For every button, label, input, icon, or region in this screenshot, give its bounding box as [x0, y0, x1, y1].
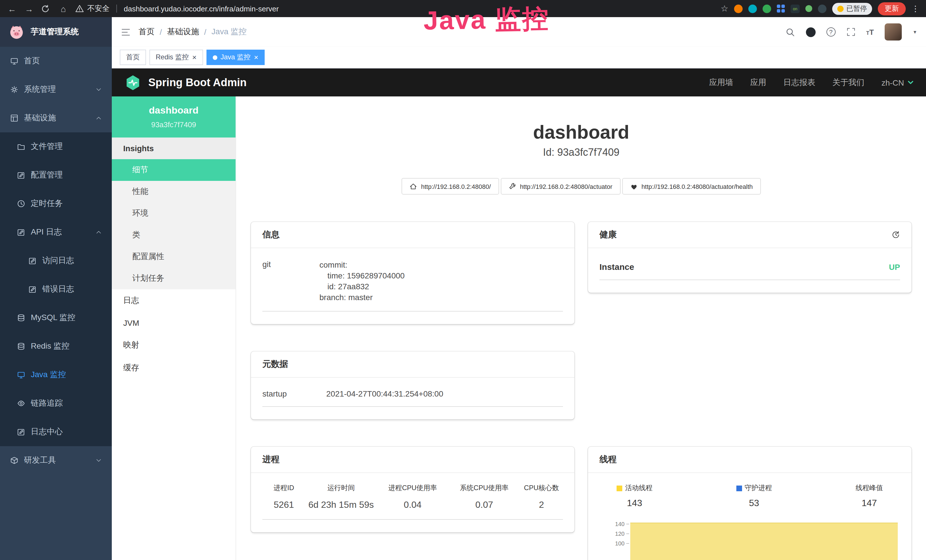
- font-size-icon[interactable]: TT: [866, 28, 874, 36]
- menu-item-metrics[interactable]: 性能: [112, 181, 236, 203]
- paused-extension-badge[interactable]: 已暂停: [832, 3, 872, 15]
- chevron-down-icon: [908, 79, 914, 86]
- tab-home[interactable]: 首页: [120, 50, 146, 65]
- sidebar-item-label: 日志中心: [31, 427, 63, 437]
- sidebar-item-label: 系统管理: [24, 85, 56, 95]
- sidebar-item-home[interactable]: 首页: [0, 47, 112, 75]
- close-icon[interactable]: ×: [192, 54, 197, 61]
- sba-brand[interactable]: Spring Boot Admin: [148, 76, 247, 89]
- menu-item-scheduled-tasks[interactable]: 计划任务: [112, 268, 236, 289]
- chrome-update-button[interactable]: 更新: [878, 2, 906, 15]
- menu-item-logs[interactable]: 日志: [112, 289, 236, 312]
- sidebar-item-mysql-monitor[interactable]: MySQL 监控: [0, 304, 112, 332]
- service-url-button[interactable]: http://192.168.0.2:48080/: [401, 178, 499, 195]
- card-title: 元数据: [262, 359, 288, 370]
- user-avatar[interactable]: [885, 23, 902, 41]
- menu-item-details[interactable]: 细节: [112, 159, 236, 181]
- sba-nav: 应用墙 应用 日志报表 关于我们 zh-CN: [709, 77, 914, 88]
- locale-select[interactable]: zh-CN: [882, 78, 914, 87]
- column-header: 系统CPU使用率: [448, 483, 520, 493]
- sidebar-item-config-management[interactable]: 配置管理: [0, 161, 112, 189]
- extension-icon-orange[interactable]: [734, 4, 743, 13]
- tab-redis-monitor[interactable]: Redis 监控 ×: [150, 50, 203, 65]
- cpu-core-count: 2: [520, 500, 563, 510]
- sidebar-item-error-log[interactable]: 错误日志: [0, 275, 112, 304]
- sba-nav-journal[interactable]: 日志报表: [784, 77, 816, 88]
- sidebar-item-tracing[interactable]: 链路追踪: [0, 389, 112, 418]
- log-icon: [29, 285, 36, 293]
- url-bar[interactable]: dashboard.yudao.iocoder.cn/infra/admin-s…: [124, 4, 714, 13]
- legend-value: 147: [856, 498, 883, 509]
- forward-icon[interactable]: →: [24, 4, 34, 14]
- extension-icon-teal[interactable]: [748, 4, 757, 13]
- info-value: commit: time: 1596289704000 id: 27aa832 …: [319, 260, 563, 303]
- sidebar-item-dev-tools[interactable]: 研发工具: [0, 446, 112, 475]
- sba-nav-about[interactable]: 关于我们: [832, 77, 864, 88]
- legend-value: 143: [617, 498, 652, 509]
- sidebar-item-log-center[interactable]: 日志中心: [0, 418, 112, 446]
- wrench-icon: [508, 183, 516, 190]
- search-icon[interactable]: [785, 27, 795, 37]
- extension-icon-leaf[interactable]: [805, 5, 812, 12]
- sidebar-item-label: MySQL 监控: [31, 313, 75, 323]
- history-icon[interactable]: [891, 230, 900, 239]
- sidebar-item-system[interactable]: 系统管理: [0, 75, 112, 104]
- paused-label: 已暂停: [846, 4, 867, 14]
- menu-item-environment[interactable]: 环境: [112, 203, 236, 224]
- extension-icon-green[interactable]: [763, 4, 771, 13]
- instance-header[interactable]: dashboard 93a3fc7f7409: [112, 97, 236, 138]
- sidebar-item-redis-monitor[interactable]: Redis 监控: [0, 332, 112, 360]
- menu-item-caches[interactable]: 缓存: [112, 357, 236, 380]
- breadcrumb: 首页 / 基础设施 / Java 监控: [139, 27, 247, 37]
- sba-nav-wallboard[interactable]: 应用墙: [709, 77, 733, 88]
- dashboard-icon: [10, 57, 18, 65]
- close-icon[interactable]: ×: [254, 54, 259, 61]
- column-header: 进程CPU使用率: [377, 483, 449, 493]
- chevron-down-icon: [96, 87, 101, 92]
- breadcrumb-separator: /: [204, 27, 206, 36]
- extension-icon-grid[interactable]: [777, 5, 785, 12]
- bookmark-star-icon[interactable]: ☆: [721, 3, 728, 14]
- menu-item-jvm[interactable]: JVM: [112, 312, 236, 334]
- browser-menu-icon[interactable]: ⋮: [911, 4, 920, 13]
- menu-item-config-props[interactable]: 配置属性: [112, 246, 236, 268]
- health-key: Instance: [599, 262, 634, 272]
- chart-plot-area: [629, 521, 900, 560]
- toolbox-icon: [10, 456, 18, 465]
- sba-nav-applications[interactable]: 应用: [750, 77, 766, 88]
- reload-icon[interactable]: [41, 4, 51, 13]
- back-icon[interactable]: ←: [7, 4, 17, 14]
- git-commit-label: commit:: [319, 260, 563, 271]
- breadcrumb-infrastructure[interactable]: 基础设施: [167, 27, 199, 37]
- chevron-up-icon: [96, 115, 101, 121]
- extension-icon-dark[interactable]: [818, 4, 826, 13]
- tab-java-monitor[interactable]: Java 监控 ×: [206, 50, 265, 65]
- hamburger-icon[interactable]: [121, 28, 131, 36]
- extension-icon-on-switch[interactable]: on: [791, 4, 800, 13]
- info-key: git: [262, 260, 319, 303]
- info-row-git: git commit: time: 1596289704000 id: 27aa…: [262, 255, 563, 312]
- security-chip[interactable]: 不安全: [75, 3, 109, 14]
- actuator-url-button[interactable]: http://192.168.0.2:48080/actuator: [501, 178, 620, 195]
- breadcrumb-home[interactable]: 首页: [139, 27, 154, 37]
- menu-item-mappings[interactable]: 映射: [112, 334, 236, 357]
- git-commit-id: id: 27aa832: [319, 281, 563, 292]
- sidebar-item-infrastructure[interactable]: 基础设施: [0, 104, 112, 132]
- app-logo-row[interactable]: 芋道管理系统: [0, 17, 112, 47]
- sidebar-item-scheduled-jobs[interactable]: 定时任务: [0, 189, 112, 218]
- sidebar-item-access-log[interactable]: 访问日志: [0, 247, 112, 275]
- help-icon[interactable]: ?: [826, 27, 835, 36]
- home-icon[interactable]: ⌂: [58, 4, 68, 14]
- github-icon[interactable]: [806, 27, 816, 37]
- health-url-button[interactable]: http://192.168.0.2:48080/actuator/health: [622, 178, 761, 195]
- sidebar-item-java-monitor[interactable]: Java 监控: [0, 360, 112, 389]
- tags-view-bar: 首页 Redis 监控 × Java 监控 ×: [112, 47, 926, 68]
- instance-details-panel: dashboard Id: 93a3fc7f7409 http://192.16…: [236, 97, 926, 560]
- fullscreen-icon[interactable]: [846, 27, 855, 36]
- card-title: 进程: [262, 454, 280, 465]
- sidebar-item-file-management[interactable]: 文件管理: [0, 132, 112, 161]
- avatar-caret-icon[interactable]: ▼: [912, 29, 917, 35]
- sidebar-item-label: 定时任务: [31, 198, 63, 209]
- sidebar-item-api-log[interactable]: API 日志: [0, 218, 112, 247]
- menu-item-classes[interactable]: 类: [112, 224, 236, 246]
